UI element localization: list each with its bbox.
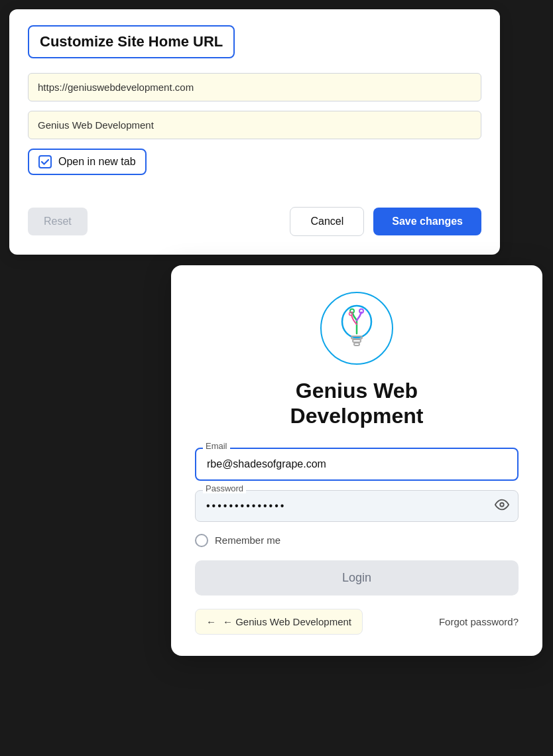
login-card: Genius Web Development Email Password Re… — [171, 265, 542, 656]
remember-me-row: Remember me — [195, 534, 519, 547]
svg-rect-2 — [353, 340, 361, 342]
cancel-button[interactable]: Cancel — [290, 207, 364, 236]
email-input[interactable] — [195, 448, 519, 481]
open-in-new-tab-wrapper: Open in new tab — [28, 149, 481, 191]
reset-button[interactable]: Reset — [28, 208, 88, 235]
password-input[interactable] — [195, 490, 519, 522]
customize-url-card: Customize Site Home URL Open in new tab … — [9, 9, 500, 255]
action-buttons-row: Reset Cancel Save changes — [28, 207, 481, 236]
back-arrow-icon: ← — [206, 616, 216, 627]
logo-circle — [320, 292, 393, 365]
back-to-site-button[interactable]: ← ← Genius Web Development — [195, 609, 363, 635]
password-field-group: Password — [195, 490, 519, 522]
email-label: Email — [203, 441, 230, 451]
url-input[interactable] — [28, 73, 481, 101]
svg-point-7 — [500, 503, 504, 507]
back-label-text: ← Genius Web Development — [223, 616, 351, 627]
lightbulb-logo-icon — [334, 302, 380, 355]
svg-point-5 — [359, 309, 363, 313]
card-title: Customize Site Home URL — [28, 25, 235, 58]
svg-point-6 — [349, 312, 353, 316]
login-button[interactable]: Login — [195, 560, 519, 596]
save-changes-button[interactable]: Save changes — [373, 208, 481, 235]
svg-rect-3 — [354, 343, 359, 346]
remember-me-label: Remember me — [215, 535, 280, 546]
site-name-input[interactable] — [28, 111, 481, 139]
checkbox-icon — [38, 155, 52, 168]
remember-me-radio[interactable] — [195, 534, 208, 547]
open-in-new-tab-label[interactable]: Open in new tab — [28, 149, 147, 175]
checkbox-label-text: Open in new tab — [58, 156, 136, 168]
login-footer: ← ← Genius Web Development Forgot passwo… — [195, 609, 519, 635]
forgot-password-link[interactable]: Forgot password? — [439, 616, 519, 627]
password-label: Password — [203, 483, 246, 493]
email-field-group: Email — [195, 448, 519, 481]
site-title: Genius Web Development — [195, 378, 519, 429]
toggle-password-icon[interactable] — [495, 497, 509, 515]
